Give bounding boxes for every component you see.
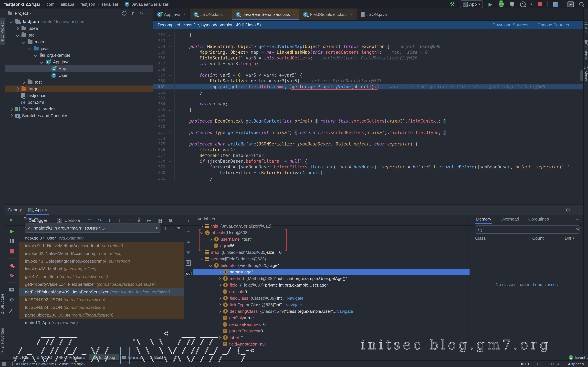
frame-invoke0:-1[interactable]: invoke0:-1, NativeMethodAccessorImpl (su… <box>19 242 184 250</box>
fold-marker[interactable]: − <box>165 158 175 164</box>
variable-getter[interactable]: getter = {FieldSerializer@623} <box>193 256 469 262</box>
line-number[interactable]: 377 <box>153 153 165 158</box>
editor-scrollbar[interactable] <box>580 70 583 81</box>
fold-marker[interactable]: − <box>165 141 175 147</box>
frame-invoke:62[interactable]: invoke:62, NativeMethodAccessorImpl (sun… <box>19 250 184 257</box>
hide-panel-icon[interactable]: − <box>576 207 579 213</box>
sidebar-tab-project[interactable]: 1: Project <box>0 17 5 45</box>
download-sources-link[interactable]: Download Sources <box>493 22 528 27</box>
breadcrumb-item[interactable]: fastjson <box>81 2 95 7</box>
line-number[interactable]: 366 <box>153 113 165 118</box>
toolwindow-button-5: Debug[interactable]: 5: Debug <box>89 354 119 361</box>
caret-position[interactable]: 361:1 <box>520 362 530 366</box>
fold-marker[interactable]: − <box>165 72 175 78</box>
tab-coroutines[interactable]: Coroutines <box>528 217 549 224</box>
line-number[interactable]: 358 <box>153 67 165 72</box>
column-class[interactable]: Class <box>475 236 529 241</box>
variable-declaringClass[interactable]: fdeclaringClass = {Class@579} "class org… <box>193 308 469 315</box>
gear-icon[interactable]: ⚙ <box>139 11 143 16</box>
close-icon[interactable]: × <box>390 12 392 17</box>
debug-session-tab[interactable]: App × <box>25 205 50 215</box>
sidebar-tab-maven[interactable]: m Maven <box>584 65 588 83</box>
tree-item-java[interactable]: java <box>5 45 153 52</box>
variable-name[interactable]: fname = "age" <box>193 269 469 275</box>
fold-marker[interactable]: − <box>165 44 175 49</box>
variable-fieldType[interactable]: ffieldType = {Class@638} "int" ... Navig… <box>193 301 469 308</box>
line-number[interactable]: 362 <box>153 90 165 95</box>
fold-marker[interactable]: ▴ <box>165 175 175 181</box>
tree-item-target[interactable]: target <box>5 85 153 92</box>
variable-getOnly[interactable]: fgetOnly = true <box>193 315 469 321</box>
navigate-link[interactable]: Navigate <box>285 302 302 307</box>
close-icon[interactable]: × <box>293 12 295 17</box>
variable-serialzeFeatures[interactable]: fserialzeFeatures = 0 <box>193 321 469 328</box>
gear-icon[interactable]: ⚙ <box>576 225 580 231</box>
fold-marker[interactable]: + <box>165 130 175 135</box>
editor-tab-FieldSerializer.class[interactable]: CFieldSerializer.class× <box>299 8 357 20</box>
tree-item-fastjson.iml[interactable]: fastjson.iml <box>5 92 153 99</box>
gear-icon[interactable]: ⚙ <box>566 207 570 213</box>
breadcrumb-item[interactable]: serializer <box>101 2 119 7</box>
line-number[interactable]: 357 <box>153 61 165 66</box>
coverage-button[interactable] <box>509 1 515 8</box>
tab-memory[interactable]: Memory <box>476 217 491 224</box>
chevron-icon[interactable] <box>10 20 13 24</box>
variable-method[interactable]: fmethod = {Method@636} "public int org.e… <box>193 275 469 282</box>
profiler-chevron-icon[interactable]: ▾ <box>530 2 532 6</box>
frame-toJSON:902[interactable]: toJSON:902, JSON (com.alibaba.fastjson) <box>19 296 184 304</box>
chevron-icon[interactable] <box>218 284 221 287</box>
build-hammer-icon[interactable]: ⚒ <box>449 1 456 8</box>
line-number[interactable]: 370 <box>153 125 165 129</box>
chevron-icon[interactable] <box>218 271 221 274</box>
frame-parseObject:206[interactable]: parseObject:206, JSON (com.alibaba.fastj… <box>19 311 184 319</box>
code-viewport[interactable]: 352▴ }353354− public Map<String, Object>… <box>153 29 583 204</box>
chevron-icon[interactable] <box>16 87 19 91</box>
variable-field[interactable]: ffield = {Field@637} "private int org.ex… <box>193 282 469 288</box>
line-number[interactable]: 376 <box>153 148 165 152</box>
frame-get:451[interactable]: get:451, FieldInfo (com.alibaba.fastjson… <box>19 273 184 281</box>
line-number[interactable]: 371 <box>153 130 165 135</box>
variable-fieldAnnotation[interactable]: ffieldAnnotation = null <box>193 341 469 347</box>
frame-toJSON:824[interactable]: toJSON:824, JSON (com.alibaba.fastjson) <box>19 304 184 311</box>
file-encoding[interactable]: UTF-8 <box>549 362 561 366</box>
line-number[interactable]: 356 <box>153 56 165 60</box>
pause-button[interactable] <box>9 238 15 244</box>
memory-search-input[interactable] <box>475 225 579 234</box>
navigate-link[interactable]: Navigate <box>287 296 304 301</box>
stop-debug-button[interactable] <box>9 248 15 255</box>
frame-getFieldValuesMap:439[interactable]: getFieldValuesMap:439, JavaBeanSerialize… <box>19 288 184 296</box>
breadcrumb-item[interactable]: fastjson-1.2.24.jar <box>4 2 40 7</box>
thread-dropdown[interactable]: ✓ "main"@1 in group "main": RUNNING ▾ <box>25 224 160 233</box>
variable-ordinal[interactable]: fordinal = 0 <box>193 288 469 295</box>
stop-button[interactable] <box>536 1 543 8</box>
hide-library-frames-filter-icon[interactable] <box>177 227 181 229</box>
line-number[interactable]: 353 <box>153 39 165 43</box>
tree-item-Scratches and Consoles[interactable]: ❯Scratches and Consoles <box>5 112 153 119</box>
fold-marker[interactable]: ▴ <box>165 90 175 95</box>
debug-button[interactable] <box>498 1 504 8</box>
tab-overhead[interactable]: Overhead <box>500 217 519 224</box>
hide-panel-icon[interactable]: − <box>148 11 150 16</box>
run-anything-button[interactable]: ▶ <box>567 1 574 8</box>
view-breakpoints-button[interactable] <box>9 262 15 269</box>
editor-tab-JSON.java[interactable]: JSON.java× <box>357 8 396 20</box>
chevron-icon[interactable] <box>209 264 212 267</box>
line-number[interactable]: 365 <box>153 107 165 112</box>
chevron-icon[interactable] <box>218 303 221 306</box>
frame-getAge:37[interactable]: getAge:37, User (org.example) <box>19 234 184 242</box>
fold-marker[interactable]: + <box>165 118 175 124</box>
breadcrumb-item[interactable]: com <box>46 2 54 7</box>
variable-parserFeatures[interactable]: fparserFeatures = 0 <box>193 328 469 334</box>
close-icon[interactable]: × <box>183 12 186 17</box>
fold-marker[interactable]: ▴ <box>165 32 175 38</box>
line-number[interactable]: 381 <box>153 176 165 181</box>
line-number[interactable]: 363 <box>153 96 165 100</box>
variable-fieldInfo[interactable]: ffieldInfo = {FieldInfo@625} "age" <box>193 262 469 269</box>
chevron-icon[interactable] <box>22 40 25 44</box>
sidebar-tab-ant[interactable]: ⁂ Ant <box>584 22 588 33</box>
choose-sources-link[interactable]: Choose Sources... <box>537 22 573 27</box>
editor-tab-App.java[interactable]: CApp.java× <box>153 8 190 20</box>
locate-file-icon[interactable] <box>122 11 127 16</box>
breadcrumb-item[interactable]: JavaBeanSerializer <box>132 2 168 7</box>
toolwindows-button[interactable] <box>552 1 558 8</box>
